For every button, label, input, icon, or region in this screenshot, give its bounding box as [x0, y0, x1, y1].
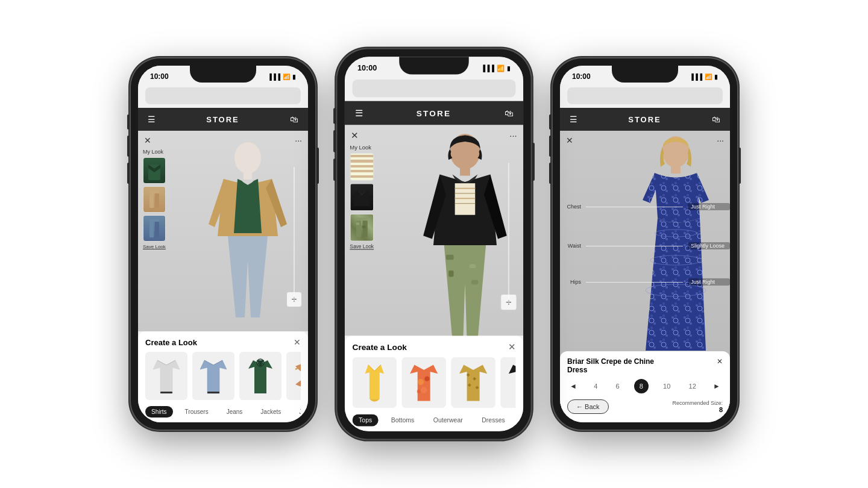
power-button-3[interactable] — [738, 148, 741, 184]
save-look-link-1[interactable]: Save Look — [143, 244, 166, 249]
size-panel-3: Briar Silk Crepe de Chine Dress ✕ ◄ 4 6 … — [560, 351, 730, 422]
my-look-panel-2: My Look — [350, 144, 374, 249]
more-button-1[interactable]: ··· — [295, 136, 302, 145]
cat-tab-outerwear[interactable]: Outerwear — [427, 414, 469, 426]
look-item-camo-2[interactable] — [350, 214, 374, 242]
mute-button-3[interactable] — [549, 114, 552, 130]
power-button-2[interactable] — [532, 143, 535, 181]
size-next-arrow[interactable]: ► — [711, 381, 723, 392]
signal-icon-3: ▐▐▐ — [690, 74, 702, 80]
fit-waist: Waist Slightly Loose — [560, 242, 730, 249]
clothing-items-2 — [353, 357, 516, 408]
volume-down-button-2[interactable] — [333, 158, 336, 181]
search-area-2 — [345, 76, 523, 101]
wifi-icon: 📶 — [283, 74, 290, 80]
my-look-label-1: My Look — [143, 149, 166, 155]
cart-icon-1[interactable]: 🛍 — [290, 114, 298, 124]
svg-rect-13 — [355, 159, 369, 177]
look-item-top-2[interactable] — [350, 153, 374, 181]
recommended-label: Recommended Size: — [672, 400, 723, 406]
close-panel-btn-2[interactable]: ✕ — [508, 342, 516, 352]
cat-tab-trousers[interactable]: Trousers — [179, 406, 215, 418]
status-icons-1: ▐▐▐ 📶 ▮ — [268, 74, 296, 80]
zoom-line-2 — [508, 163, 509, 304]
clothing-item-shirt-white[interactable] — [145, 352, 187, 400]
svg-point-30 — [418, 379, 424, 386]
search-bar-1[interactable] — [145, 87, 301, 104]
hamburger-icon-1[interactable]: ☰ — [148, 114, 156, 124]
close-button-3[interactable]: ✕ — [566, 136, 573, 145]
close-panel-btn-1[interactable]: ✕ — [294, 337, 301, 347]
app-navbar-2: ☰ STORE 🛍 — [345, 101, 523, 125]
more-button-3[interactable]: ··· — [717, 136, 724, 145]
volume-up-button-3[interactable] — [549, 136, 552, 157]
phone-2-screen: 10:00 ▐▐▐ 📶 ▮ ☰ STORE 🛍 — [345, 57, 523, 431]
size-8-selected[interactable]: 8 — [634, 379, 649, 393]
clothing-item-shirt-blue[interactable] — [192, 352, 234, 400]
close-size-panel[interactable]: ✕ — [717, 357, 723, 366]
volume-down-button[interactable] — [127, 163, 130, 184]
search-area-1 — [138, 84, 308, 108]
app-title-1: STORE — [206, 115, 239, 124]
mute-button-2[interactable] — [333, 108, 336, 124]
svg-point-33 — [417, 390, 421, 393]
power-button[interactable] — [316, 148, 319, 184]
svg-rect-16 — [362, 221, 367, 237]
look-item-pants-1[interactable] — [143, 186, 166, 213]
clothing-item-top-yellow[interactable] — [353, 357, 397, 408]
clothing-item-top-black[interactable] — [500, 357, 515, 408]
hamburger-icon-2[interactable]: ☰ — [355, 108, 363, 118]
svg-rect-4 — [155, 193, 159, 208]
look-item-jacket-2[interactable] — [350, 183, 374, 211]
clothing-item-shirt-green[interactable] — [239, 352, 281, 400]
fit-waist-value: Slightly Loose — [688, 242, 730, 249]
cat-tab-shirts[interactable]: Shirts — [145, 406, 173, 418]
svg-rect-2 — [149, 190, 159, 193]
time-2: 10:00 — [357, 64, 377, 73]
volume-down-button-3[interactable] — [549, 163, 552, 184]
cat-tab-tops[interactable]: Tops — [353, 414, 379, 426]
wifi-icon-2: 📶 — [497, 64, 505, 72]
clothing-item-top-floral[interactable] — [401, 357, 446, 408]
clothing-items-1 — [145, 352, 301, 400]
cart-icon-2[interactable]: 🛍 — [505, 108, 514, 118]
search-bar-2[interactable] — [353, 80, 516, 97]
close-button-2[interactable]: ✕ — [351, 130, 359, 140]
svg-point-8 — [234, 142, 261, 174]
svg-rect-7 — [155, 222, 159, 237]
size-6[interactable]: 6 — [612, 381, 623, 391]
look-item-shirt-1[interactable] — [143, 157, 166, 184]
svg-rect-26 — [446, 255, 454, 260]
more-button-2[interactable]: ··· — [509, 130, 517, 140]
save-look-link-2[interactable]: Save Look — [350, 244, 374, 249]
volume-up-button[interactable] — [127, 136, 130, 157]
battery-icon-2: ▮ — [507, 64, 511, 72]
category-tabs-2: Tops Bottoms Outerwear Dresses J... — [353, 414, 516, 431]
clothing-item-top-pattern[interactable] — [451, 357, 495, 408]
search-bar-3[interactable] — [567, 87, 723, 104]
cart-icon-3[interactable]: 🛍 — [712, 114, 720, 124]
create-look-title-1: Create a Look — [145, 338, 197, 347]
size-row: ◄ 4 6 8 10 12 ► — [567, 379, 723, 393]
svg-rect-3 — [149, 193, 154, 208]
cat-tab-bottoms[interactable]: Bottoms — [385, 414, 421, 426]
size-prev-arrow[interactable]: ◄ — [567, 381, 579, 392]
cat-tab-jackets[interactable]: Jackets — [254, 406, 287, 418]
status-icons-3: ▐▐▐ 📶 ▮ — [690, 74, 718, 80]
mute-button[interactable] — [127, 114, 130, 130]
hamburger-icon-3[interactable]: ☰ — [570, 114, 577, 124]
close-button-1[interactable]: ✕ — [144, 136, 151, 145]
look-item-jeans-1[interactable] — [143, 215, 166, 242]
size-12[interactable]: 12 — [685, 381, 700, 391]
back-button-3[interactable]: ← Back — [567, 399, 609, 414]
clothing-item-scarf[interactable] — [286, 352, 301, 400]
size-10[interactable]: 10 — [659, 381, 674, 391]
cat-tab-more-1[interactable]: Ju... — [293, 406, 301, 418]
svg-rect-10 — [160, 392, 172, 393]
volume-up-button-2[interactable] — [333, 130, 336, 152]
cat-tab-jeans[interactable]: Jeans — [221, 406, 249, 418]
battery-icon: ▮ — [292, 74, 296, 80]
size-4[interactable]: 4 — [590, 381, 601, 391]
cat-tab-dresses[interactable]: Dresses — [476, 414, 512, 426]
svg-rect-5 — [149, 219, 159, 222]
